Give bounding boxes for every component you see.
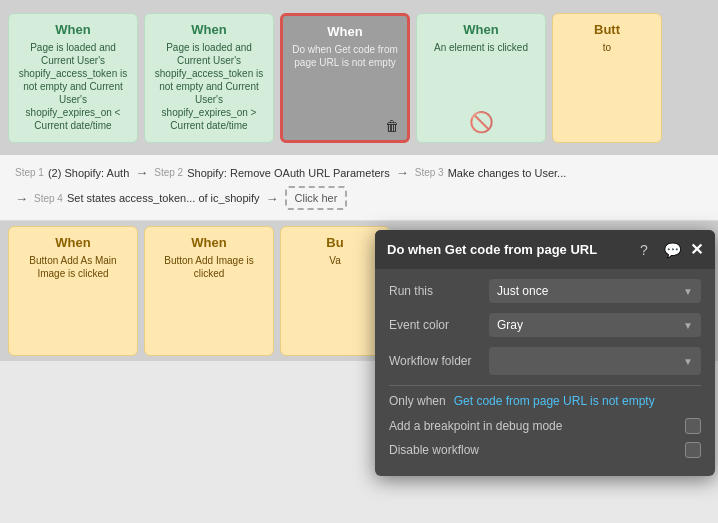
bottom-card-1[interactable]: When Button Add As Main Image is clicked (8, 226, 138, 356)
card-2-body: Page is loaded and Current User's shopif… (153, 41, 265, 132)
step-3-num: Step 3 (415, 167, 444, 178)
workflow-panel: Do when Get code from page URL ? 💬 ✕ Run… (375, 230, 715, 476)
panel-header-icons: ? 💬 ✕ (634, 240, 703, 259)
workflow-folder-select[interactable] (489, 347, 701, 375)
card-5-body: to (603, 41, 611, 54)
left-arrow: → (15, 191, 28, 206)
trash-icon[interactable]: 🗑 (385, 118, 399, 134)
bottom-card-2-title: When (191, 235, 226, 250)
click-here-button[interactable]: Click her (285, 186, 348, 210)
workflow-card-2[interactable]: When Page is loaded and Current User's s… (144, 13, 274, 143)
breakpoint-row: Add a breakpoint in debug mode (389, 418, 701, 434)
disable-workflow-checkbox[interactable] (685, 442, 701, 458)
disable-workflow-label: Disable workflow (389, 443, 677, 457)
step-2-label[interactable]: Shopify: Remove OAuth URL Parameters (187, 167, 390, 179)
step-2-num: Step 2 (154, 167, 183, 178)
card-1-body: Page is loaded and Current User's shopif… (17, 41, 129, 132)
no-icon: 🚫 (469, 110, 494, 134)
step-1-label[interactable]: (2) Shopify: Auth (48, 167, 129, 179)
bottom-card-1-title: When (55, 235, 90, 250)
event-color-label: Event color (389, 318, 489, 332)
disable-workflow-row: Disable workflow (389, 442, 701, 458)
step-2: Step 2 Shopify: Remove OAuth URL Paramet… (154, 167, 390, 179)
bottom-card-3-body: Va (329, 254, 341, 267)
steps-row-2: → Step 4 Set states access_token... of i… (15, 186, 703, 210)
workflow-folder-select-wrapper: ▼ (489, 347, 701, 375)
event-color-select-wrapper: Gray ▼ (489, 313, 701, 337)
steps-area: Step 1 (2) Shopify: Auth → Step 2 Shopif… (0, 155, 718, 221)
step-1: Step 1 (2) Shopify: Auth (15, 167, 129, 179)
step-4: Step 4 Set states access_token... of ic_… (34, 192, 260, 204)
step-1-num: Step 1 (15, 167, 44, 178)
arrow-1: → (135, 165, 148, 180)
bottom-card-3-title: Bu (326, 235, 343, 250)
panel-title: Do when Get code from page URL (387, 242, 634, 257)
top-cards-area: When Page is loaded and Current User's s… (0, 0, 718, 155)
panel-header: Do when Get code from page URL ? 💬 ✕ (375, 230, 715, 269)
workflow-card-5[interactable]: Butt to (552, 13, 662, 143)
card-3-title: When (327, 24, 362, 39)
card-2-title: When (191, 22, 226, 37)
workflow-folder-label: Workflow folder (389, 354, 489, 368)
event-color-row: Event color Gray ▼ (389, 313, 701, 337)
step-4-label[interactable]: Set states access_token... of ic_shopify (67, 192, 260, 204)
card-3-body: Do when Get code from page URL is not em… (291, 43, 399, 69)
panel-divider (389, 385, 701, 386)
only-when-label: Only when (389, 394, 446, 408)
only-when-value[interactable]: Get code from page URL is not empty (454, 394, 655, 408)
only-when-row: Only when Get code from page URL is not … (389, 394, 701, 408)
step-4-num: Step 4 (34, 193, 63, 204)
card-1-title: When (55, 22, 90, 37)
card-5-title: Butt (594, 22, 620, 37)
close-button[interactable]: ✕ (690, 240, 703, 259)
workflow-card-3[interactable]: When Do when Get code from page URL is n… (280, 13, 410, 143)
step-3-label[interactable]: Make changes to User... (448, 167, 567, 179)
bottom-card-3[interactable]: Bu Va (280, 226, 390, 356)
workflow-card-4[interactable]: When An element is clicked 🚫 (416, 13, 546, 143)
run-this-select-wrapper: Just once ▼ (489, 279, 701, 303)
run-this-row: Run this Just once ▼ (389, 279, 701, 303)
step-3: Step 3 Make changes to User... (415, 167, 567, 179)
steps-row-1: Step 1 (2) Shopify: Auth → Step 2 Shopif… (15, 165, 703, 180)
breakpoint-checkbox[interactable] (685, 418, 701, 434)
arrow-2: → (396, 165, 409, 180)
bottom-card-2-body: Button Add Image is clicked (153, 254, 265, 280)
breakpoint-label: Add a breakpoint in debug mode (389, 419, 677, 433)
help-icon[interactable]: ? (634, 242, 654, 258)
arrow-3: → (266, 191, 279, 206)
bottom-card-2[interactable]: When Button Add Image is clicked (144, 226, 274, 356)
card-4-body: An element is clicked (434, 41, 528, 54)
workflow-card-1[interactable]: When Page is loaded and Current User's s… (8, 13, 138, 143)
chat-icon[interactable]: 💬 (662, 242, 682, 258)
run-this-select[interactable]: Just once (489, 279, 701, 303)
workflow-folder-row: Workflow folder ▼ (389, 347, 701, 375)
card-4-title: When (463, 22, 498, 37)
run-this-label: Run this (389, 284, 489, 298)
event-color-select[interactable]: Gray (489, 313, 701, 337)
panel-body: Run this Just once ▼ Event color Gray ▼ … (375, 269, 715, 476)
bottom-card-1-body: Button Add As Main Image is clicked (17, 254, 129, 280)
